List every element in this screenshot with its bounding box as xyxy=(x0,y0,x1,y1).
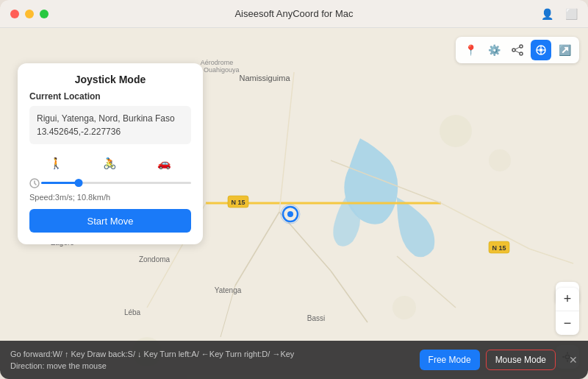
speed-icon xyxy=(29,178,40,188)
slider-track xyxy=(41,182,191,184)
location-marker xyxy=(279,203,301,228)
walk-mode-btn[interactable]: 🚶 xyxy=(29,153,83,174)
bike-mode-btn[interactable]: 🚴 xyxy=(83,153,137,174)
svg-text:Yatenga: Yatenga xyxy=(215,286,242,294)
mode-buttons: Free Mode Mouse Mode ✕ xyxy=(420,350,578,370)
svg-text:Léba: Léba xyxy=(124,308,141,316)
shortcuts-line1: Go forward:W/ ↑ Key Draw back:S/ ↓ Key T… xyxy=(10,348,420,361)
transport-selector: 🚶 🚴 🚗 xyxy=(29,153,191,174)
slider-fill xyxy=(41,182,79,184)
nodes-tool-btn[interactable] xyxy=(507,40,528,60)
svg-point-25 xyxy=(440,115,472,147)
settings-tool-btn[interactable]: ⚙️ xyxy=(484,40,504,60)
current-location-label: Current Location xyxy=(29,91,191,102)
maximize-dot[interactable] xyxy=(40,10,49,18)
car-mode-btn[interactable]: 🚗 xyxy=(137,153,191,174)
titlebar-actions: 👤 ⬜ xyxy=(541,8,578,20)
svg-point-38 xyxy=(539,49,543,52)
svg-text:Namissiguima: Namissiguima xyxy=(239,74,290,82)
joystick-tool-btn[interactable] xyxy=(531,40,551,60)
main-area: N 15 N 15 Namissiguima Zagore Zondoma Ya… xyxy=(0,28,588,379)
svg-line-36 xyxy=(515,51,520,53)
export-tool-btn[interactable]: ↗️ xyxy=(554,40,575,60)
joystick-panel: Joystick Mode Current Location Rigui, Ya… xyxy=(18,63,203,244)
location-text-line1: Rigui, Yatenga, Nord, Burkina Faso xyxy=(37,113,175,124)
free-mode-button[interactable]: Free Mode xyxy=(420,350,480,370)
svg-text:Zondoma: Zondoma xyxy=(139,255,171,263)
mouse-mode-button[interactable]: Mouse Mode xyxy=(486,350,556,370)
titlebar: Aiseesoft AnyCoord for Mac 👤 ⬜ xyxy=(0,0,588,28)
svg-text:Bassi: Bassi xyxy=(307,314,325,322)
zoom-out-btn[interactable]: − xyxy=(556,311,579,335)
speed-slider-row[interactable] xyxy=(29,178,191,187)
svg-text:N 15: N 15 xyxy=(231,199,245,206)
shortcuts-line2: Direction: move the mouse xyxy=(10,360,420,372)
zoom-in-btn[interactable]: + xyxy=(556,288,579,311)
user-icon[interactable]: 👤 xyxy=(541,8,553,20)
svg-point-34 xyxy=(520,52,523,55)
slider-thumb[interactable] xyxy=(75,179,83,187)
svg-point-33 xyxy=(520,45,523,48)
start-move-button[interactable]: Start Move xyxy=(29,209,191,233)
panel-title: Joystick Mode xyxy=(29,74,191,85)
traffic-lights xyxy=(10,10,49,18)
window-icon[interactable]: ⬜ xyxy=(565,8,578,20)
pin-tool-btn[interactable]: 📍 xyxy=(460,40,481,60)
svg-point-26 xyxy=(489,149,511,171)
svg-line-35 xyxy=(515,47,520,49)
location-box: Rigui, Yatenga, Nord, Burkina Faso 13.45… xyxy=(29,106,191,144)
svg-point-30 xyxy=(287,211,293,217)
svg-text:Aérodrome: Aérodrome xyxy=(201,59,234,66)
location-text-line2: 13.452645,-2.227736 xyxy=(37,127,121,137)
speed-text: Speed:3m/s; 10.8km/h xyxy=(29,193,191,202)
svg-text:N 15: N 15 xyxy=(492,244,506,252)
svg-point-28 xyxy=(392,296,416,319)
shortcut-text: Go forward:W/ ↑ Key Draw back:S/ ↓ Key T… xyxy=(10,348,420,372)
map-toolbar: 📍 ⚙️ ↗️ xyxy=(456,37,579,63)
close-dot[interactable] xyxy=(10,10,19,18)
window-title: Aiseesoft AnyCoord for Mac xyxy=(234,8,353,19)
svg-point-32 xyxy=(512,49,515,52)
close-bar-icon[interactable]: ✕ xyxy=(569,354,578,366)
bottom-bar: Go forward:W/ ↑ Key Draw back:S/ ↓ Key T… xyxy=(0,341,588,379)
zoom-controls: + − xyxy=(556,288,579,335)
minimize-dot[interactable] xyxy=(25,10,34,18)
